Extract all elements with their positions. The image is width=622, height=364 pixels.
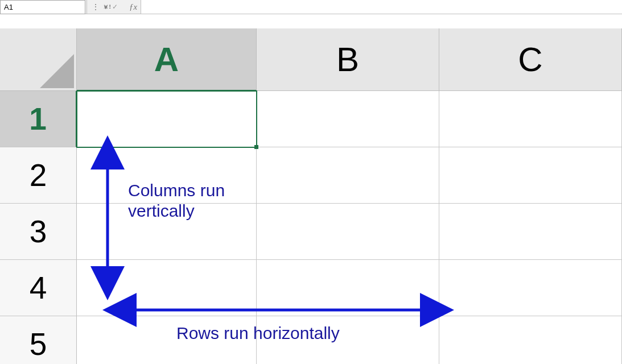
cell-B3[interactable] (257, 204, 439, 260)
column-header-A[interactable]: A (77, 28, 257, 91)
more-icon[interactable]: ⋮ (92, 2, 100, 11)
cell-B2[interactable] (257, 147, 439, 204)
separator (86, 0, 87, 14)
column-header-C[interactable]: C (439, 28, 622, 91)
cell-C2[interactable] (439, 147, 622, 204)
cell-B4[interactable] (257, 260, 439, 316)
cell-B1[interactable] (257, 91, 439, 147)
fill-handle[interactable] (254, 145, 258, 149)
name-box[interactable]: ▼ ⠇ (0, 0, 85, 14)
formula-icons: ⋮ ✕ ✓ (88, 0, 126, 14)
fx-wrap: ƒx (126, 0, 141, 14)
enter-icon: ✓ (112, 3, 118, 11)
cell-A4[interactable] (77, 260, 257, 316)
cancel-icon: ✕ (103, 3, 109, 11)
fx-icon[interactable]: ƒx (129, 2, 137, 12)
column-header-B[interactable]: B (257, 28, 439, 91)
cell-A2[interactable] (77, 147, 257, 204)
cell-C1[interactable] (439, 91, 622, 147)
formula-bar: ▼ ⠇ ⋮ ✕ ✓ ƒx (0, 0, 622, 14)
cell-A5[interactable] (77, 316, 257, 364)
row-header-5[interactable]: 5 (0, 316, 77, 364)
formula-input[interactable] (141, 0, 622, 14)
row-header-3[interactable]: 3 (0, 204, 77, 260)
select-all-corner[interactable] (0, 28, 77, 91)
cell-C4[interactable] (439, 260, 622, 316)
cell-B5[interactable] (257, 316, 439, 364)
svg-marker-0 (40, 54, 74, 88)
cell-A1[interactable] (77, 91, 257, 147)
cell-A3[interactable] (77, 204, 257, 260)
cell-C5[interactable] (439, 316, 622, 364)
row-header-1[interactable]: 1 (0, 91, 77, 147)
row-header-2[interactable]: 2 (0, 147, 77, 204)
name-box-input[interactable] (1, 3, 103, 11)
cell-C3[interactable] (439, 204, 622, 260)
row-header-4[interactable]: 4 (0, 260, 77, 316)
